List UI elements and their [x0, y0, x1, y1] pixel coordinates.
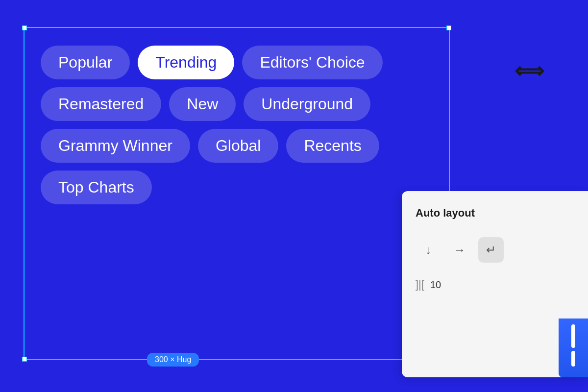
tags-container: Popular Trending Editors' Choice Remaste…	[32, 37, 439, 213]
tag-editors-choice[interactable]: Editors' Choice	[242, 46, 382, 79]
layout-controls: ↓ → ↵	[416, 237, 574, 263]
size-label: 300 × Hug	[147, 353, 199, 367]
layout-down-button[interactable]: ↓	[416, 237, 441, 263]
accent-bar-1	[571, 324, 575, 348]
tag-grammy-winner[interactable]: Grammy Winner	[41, 129, 190, 163]
tag-remastered[interactable]: Remastered	[41, 87, 161, 121]
tag-underground[interactable]: Underground	[244, 87, 370, 121]
spacing-icon: ]|[	[416, 278, 424, 291]
handle-top-right[interactable]	[446, 25, 451, 30]
layout-right-button[interactable]: →	[447, 237, 472, 263]
tag-popular[interactable]: Popular	[41, 46, 130, 79]
tag-global[interactable]: Global	[198, 129, 279, 163]
layout-wrap-button[interactable]: ↵	[478, 237, 504, 263]
auto-layout-panel: Auto layout ↓ → ↵ ]|[ 10	[402, 191, 588, 377]
tag-trending[interactable]: Trending	[138, 46, 234, 79]
tag-new[interactable]: New	[169, 87, 236, 121]
accent-bar-2	[571, 351, 575, 367]
tag-recents[interactable]: Recents	[286, 129, 379, 163]
spacing-row: ]|[ 10	[416, 278, 574, 291]
panel-accent	[559, 318, 588, 377]
handle-bottom-left[interactable]	[22, 357, 27, 362]
resize-handle-icon[interactable]: ⟺	[514, 59, 544, 83]
spacing-value: 10	[430, 279, 441, 291]
tag-top-charts[interactable]: Top Charts	[41, 171, 152, 204]
canvas: ⟺ Popular Trending Editors' Choice Remas…	[0, 0, 588, 392]
handle-top-left[interactable]	[22, 25, 27, 30]
panel-title: Auto layout	[416, 207, 574, 220]
